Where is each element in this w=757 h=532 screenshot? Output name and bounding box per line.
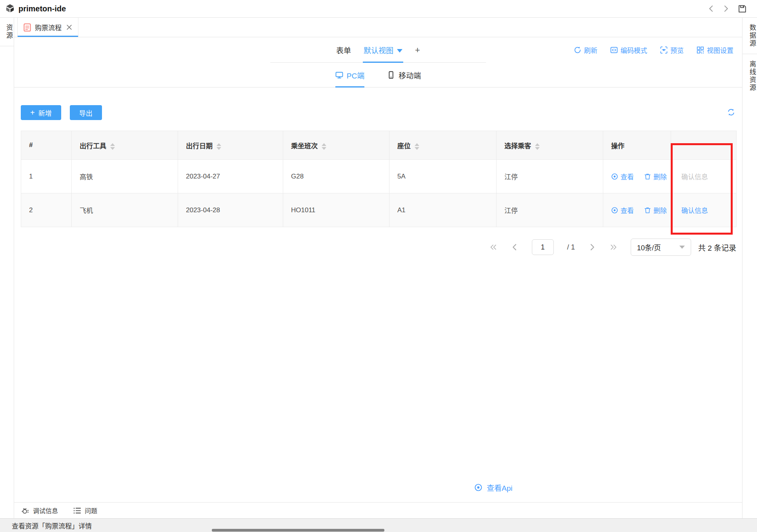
last-page-icon[interactable] — [610, 243, 617, 251]
close-icon[interactable] — [66, 24, 72, 30]
nav-back-icon[interactable] — [707, 5, 715, 13]
total-records: 共 2 条记录 — [698, 242, 736, 253]
trash-icon — [644, 207, 651, 214]
code-mode-button[interactable]: 编码模式 — [610, 45, 647, 55]
document-icon — [24, 23, 31, 32]
add-view-tab-button[interactable]: + — [415, 37, 420, 63]
cell-date: 2023-04-28 — [178, 193, 283, 227]
device-tabs: PC端 移动端 — [14, 63, 742, 87]
view-link[interactable]: 查看 — [611, 171, 634, 181]
center-area: 购票流程 表单 默认视图 + — [14, 18, 742, 518]
tab-pc-label: PC端 — [347, 70, 364, 80]
col-transport[interactable]: 出行工具 — [72, 131, 178, 160]
view-api-link[interactable]: 查看Api — [474, 482, 512, 493]
col-date[interactable]: 出行日期 — [178, 131, 283, 160]
cell-passenger: 江停 — [497, 160, 603, 193]
table-header-row: # 出行工具 出行日期 乘坐班次 座位 选择乘客 操作 — [21, 131, 737, 160]
view-tabs: 表单 默认视图 + — [336, 37, 420, 63]
plus-icon: + — [415, 45, 420, 55]
tab-mobile[interactable]: 移动端 — [387, 63, 421, 87]
page-size-select[interactable]: 10条/页 — [631, 239, 691, 256]
doc-tab-ticket-flow[interactable]: 购票流程 — [17, 18, 78, 37]
export-button[interactable]: 导出 — [70, 105, 102, 120]
col-confirm — [671, 131, 737, 160]
sort-icon[interactable] — [322, 143, 326, 150]
add-button-label: 新增 — [38, 108, 52, 118]
caret-down-icon[interactable] — [397, 49, 402, 53]
cell-transport: 飞机 — [72, 193, 178, 227]
preview-label: 预览 — [670, 45, 684, 55]
sort-icon[interactable] — [415, 143, 419, 150]
sort-icon[interactable] — [110, 143, 115, 150]
page-number-input[interactable] — [532, 239, 554, 255]
view-header: 表单 默认视图 + 刷新 — [14, 37, 742, 63]
bottom-panelbar: 调试信息 问题 — [14, 502, 742, 518]
problems-button[interactable]: 问题 — [73, 506, 97, 515]
save-icon[interactable] — [738, 4, 747, 13]
col-operations: 操作 — [603, 131, 671, 160]
cell-operations: 查看 删除 — [603, 160, 671, 193]
cell-index: 2 — [21, 193, 72, 227]
problems-label: 问题 — [85, 506, 97, 515]
cell-index: 1 — [21, 160, 72, 193]
right-rail-offline-resources-tab[interactable]: 离线资源 — [742, 60, 757, 92]
nav-forward-icon[interactable] — [722, 5, 730, 13]
first-page-icon[interactable] — [490, 243, 497, 251]
cell-transport: 高铁 — [72, 160, 178, 193]
left-rail-divider — [0, 46, 14, 46]
view-link-label: 查看 — [621, 205, 634, 215]
titlebar: primeton-ide — [0, 0, 757, 18]
tab-form[interactable]: 表单 — [336, 37, 351, 63]
cell-seat: 5A — [389, 160, 497, 193]
tab-pc[interactable]: PC端 — [335, 63, 364, 87]
code-mode-label: 编码模式 — [621, 45, 647, 55]
delete-link[interactable]: 删除 — [644, 171, 667, 181]
debug-info-label: 调试信息 — [33, 506, 58, 515]
document-tabbar: 购票流程 — [14, 18, 742, 37]
confirm-info-link[interactable]: 确认信息 — [679, 207, 708, 215]
delete-link[interactable]: 删除 — [644, 205, 667, 215]
col-seat[interactable]: 座位 — [389, 131, 497, 160]
prev-page-icon[interactable] — [511, 243, 519, 251]
debug-info-button[interactable]: 调试信息 — [21, 506, 58, 515]
left-rail: 资源 — [0, 18, 14, 518]
cell-operations: 查看 删除 — [603, 193, 671, 227]
export-button-label: 导出 — [79, 108, 93, 118]
chevron-down-icon — [679, 246, 685, 249]
confirm-info-link: 确认信息 — [679, 173, 708, 181]
view-link[interactable]: 查看 — [611, 205, 634, 215]
table-row: 1 高铁 2023-04-27 G28 5A 江停 — [21, 160, 737, 193]
table-row: 2 飞机 2023-04-28 HO1011 A1 江停 — [21, 193, 737, 227]
refresh-label: 刷新 — [584, 45, 597, 55]
tab-default-view[interactable]: 默认视图 — [364, 37, 402, 63]
list-icon — [73, 506, 81, 515]
view-settings-button[interactable]: 视图设置 — [697, 45, 733, 55]
app-logo-icon — [5, 4, 15, 14]
cell-date: 2023-04-27 — [178, 160, 283, 193]
view-api-label: 查看Api — [487, 482, 512, 493]
app-title: primeton-ide — [18, 4, 66, 13]
cell-seat: A1 — [389, 193, 497, 227]
left-rail-resources-tab[interactable]: 资源 — [0, 24, 14, 40]
refresh-button[interactable]: 刷新 — [574, 45, 597, 55]
plus-icon: + — [30, 109, 35, 117]
col-passenger[interactable]: 选择乘客 — [497, 131, 603, 160]
col-trip[interactable]: 乘坐班次 — [283, 131, 389, 160]
view-link-label: 查看 — [621, 171, 634, 181]
view-settings-icon — [697, 46, 704, 54]
preview-button[interactable]: 预览 — [660, 45, 684, 55]
add-button[interactable]: + 新增 — [21, 105, 61, 120]
sort-icon[interactable] — [535, 143, 540, 150]
action-button-row: + 新增 导出 — [14, 87, 742, 120]
right-rail: 数据源 离线资源 — [742, 18, 757, 518]
statusbar-text: 查看资源「购票流程」详情 — [12, 521, 92, 530]
view-toolbar: 刷新 编码模式 预览 — [574, 37, 733, 63]
next-page-icon[interactable] — [588, 243, 596, 251]
table-refresh-icon[interactable] — [727, 108, 735, 116]
right-rail-datasource-tab[interactable]: 数据源 — [742, 24, 757, 47]
content-area: + 新增 导出 — [14, 87, 742, 502]
delete-link-label: 删除 — [653, 205, 667, 215]
sort-icon[interactable] — [217, 143, 221, 150]
app-body: 资源 购票流程 表单 — [0, 18, 757, 518]
horizontal-scrollbar-thumb[interactable] — [212, 529, 384, 532]
